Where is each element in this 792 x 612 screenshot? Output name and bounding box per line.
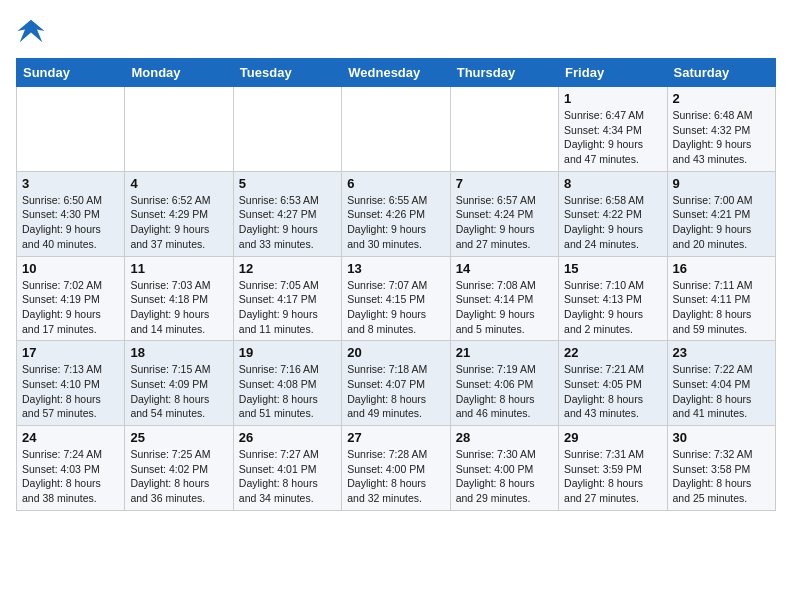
day-cell: 23Sunrise: 7:22 AMSunset: 4:04 PMDayligh… (667, 341, 775, 426)
day-cell: 15Sunrise: 7:10 AMSunset: 4:13 PMDayligh… (559, 256, 667, 341)
day-info: Sunrise: 7:21 AMSunset: 4:05 PMDaylight:… (564, 362, 661, 421)
day-info: Sunrise: 6:48 AMSunset: 4:32 PMDaylight:… (673, 108, 770, 167)
day-number: 27 (347, 430, 444, 445)
day-cell: 12Sunrise: 7:05 AMSunset: 4:17 PMDayligh… (233, 256, 341, 341)
day-info: Sunrise: 6:55 AMSunset: 4:26 PMDaylight:… (347, 193, 444, 252)
day-cell: 2Sunrise: 6:48 AMSunset: 4:32 PMDaylight… (667, 87, 775, 172)
day-number: 5 (239, 176, 336, 191)
day-info: Sunrise: 7:13 AMSunset: 4:10 PMDaylight:… (22, 362, 119, 421)
svg-marker-0 (18, 20, 45, 43)
page-header (16, 16, 776, 46)
day-info: Sunrise: 7:22 AMSunset: 4:04 PMDaylight:… (673, 362, 770, 421)
day-number: 13 (347, 261, 444, 276)
week-row-2: 3Sunrise: 6:50 AMSunset: 4:30 PMDaylight… (17, 171, 776, 256)
day-cell: 19Sunrise: 7:16 AMSunset: 4:08 PMDayligh… (233, 341, 341, 426)
day-cell: 3Sunrise: 6:50 AMSunset: 4:30 PMDaylight… (17, 171, 125, 256)
day-cell: 6Sunrise: 6:55 AMSunset: 4:26 PMDaylight… (342, 171, 450, 256)
weekday-header-sunday: Sunday (17, 59, 125, 87)
day-cell: 13Sunrise: 7:07 AMSunset: 4:15 PMDayligh… (342, 256, 450, 341)
day-cell: 29Sunrise: 7:31 AMSunset: 3:59 PMDayligh… (559, 426, 667, 511)
day-cell: 10Sunrise: 7:02 AMSunset: 4:19 PMDayligh… (17, 256, 125, 341)
day-info: Sunrise: 7:05 AMSunset: 4:17 PMDaylight:… (239, 278, 336, 337)
day-info: Sunrise: 7:11 AMSunset: 4:11 PMDaylight:… (673, 278, 770, 337)
day-info: Sunrise: 7:10 AMSunset: 4:13 PMDaylight:… (564, 278, 661, 337)
day-number: 2 (673, 91, 770, 106)
week-row-5: 24Sunrise: 7:24 AMSunset: 4:03 PMDayligh… (17, 426, 776, 511)
day-cell: 7Sunrise: 6:57 AMSunset: 4:24 PMDaylight… (450, 171, 558, 256)
day-cell: 9Sunrise: 7:00 AMSunset: 4:21 PMDaylight… (667, 171, 775, 256)
weekday-header-row: SundayMondayTuesdayWednesdayThursdayFrid… (17, 59, 776, 87)
day-cell (125, 87, 233, 172)
day-number: 12 (239, 261, 336, 276)
day-cell: 14Sunrise: 7:08 AMSunset: 4:14 PMDayligh… (450, 256, 558, 341)
day-info: Sunrise: 7:03 AMSunset: 4:18 PMDaylight:… (130, 278, 227, 337)
weekday-header-friday: Friday (559, 59, 667, 87)
day-info: Sunrise: 7:32 AMSunset: 3:58 PMDaylight:… (673, 447, 770, 506)
day-info: Sunrise: 7:02 AMSunset: 4:19 PMDaylight:… (22, 278, 119, 337)
day-cell: 20Sunrise: 7:18 AMSunset: 4:07 PMDayligh… (342, 341, 450, 426)
day-cell: 18Sunrise: 7:15 AMSunset: 4:09 PMDayligh… (125, 341, 233, 426)
day-info: Sunrise: 7:27 AMSunset: 4:01 PMDaylight:… (239, 447, 336, 506)
day-number: 14 (456, 261, 553, 276)
day-cell (342, 87, 450, 172)
day-cell (450, 87, 558, 172)
day-info: Sunrise: 7:18 AMSunset: 4:07 PMDaylight:… (347, 362, 444, 421)
day-number: 21 (456, 345, 553, 360)
day-number: 15 (564, 261, 661, 276)
day-info: Sunrise: 6:57 AMSunset: 4:24 PMDaylight:… (456, 193, 553, 252)
day-info: Sunrise: 7:19 AMSunset: 4:06 PMDaylight:… (456, 362, 553, 421)
day-cell: 17Sunrise: 7:13 AMSunset: 4:10 PMDayligh… (17, 341, 125, 426)
day-number: 19 (239, 345, 336, 360)
day-info: Sunrise: 7:24 AMSunset: 4:03 PMDaylight:… (22, 447, 119, 506)
day-info: Sunrise: 7:30 AMSunset: 4:00 PMDaylight:… (456, 447, 553, 506)
day-number: 24 (22, 430, 119, 445)
day-cell: 1Sunrise: 6:47 AMSunset: 4:34 PMDaylight… (559, 87, 667, 172)
day-cell: 21Sunrise: 7:19 AMSunset: 4:06 PMDayligh… (450, 341, 558, 426)
day-info: Sunrise: 6:47 AMSunset: 4:34 PMDaylight:… (564, 108, 661, 167)
day-cell: 4Sunrise: 6:52 AMSunset: 4:29 PMDaylight… (125, 171, 233, 256)
calendar-table: SundayMondayTuesdayWednesdayThursdayFrid… (16, 58, 776, 511)
day-cell: 24Sunrise: 7:24 AMSunset: 4:03 PMDayligh… (17, 426, 125, 511)
day-number: 25 (130, 430, 227, 445)
day-info: Sunrise: 7:16 AMSunset: 4:08 PMDaylight:… (239, 362, 336, 421)
day-number: 11 (130, 261, 227, 276)
day-info: Sunrise: 7:08 AMSunset: 4:14 PMDaylight:… (456, 278, 553, 337)
day-cell: 27Sunrise: 7:28 AMSunset: 4:00 PMDayligh… (342, 426, 450, 511)
weekday-header-thursday: Thursday (450, 59, 558, 87)
day-cell: 28Sunrise: 7:30 AMSunset: 4:00 PMDayligh… (450, 426, 558, 511)
day-info: Sunrise: 7:15 AMSunset: 4:09 PMDaylight:… (130, 362, 227, 421)
day-info: Sunrise: 7:25 AMSunset: 4:02 PMDaylight:… (130, 447, 227, 506)
day-cell: 25Sunrise: 7:25 AMSunset: 4:02 PMDayligh… (125, 426, 233, 511)
day-number: 18 (130, 345, 227, 360)
day-cell (17, 87, 125, 172)
day-info: Sunrise: 6:52 AMSunset: 4:29 PMDaylight:… (130, 193, 227, 252)
day-number: 8 (564, 176, 661, 191)
day-number: 17 (22, 345, 119, 360)
day-info: Sunrise: 6:53 AMSunset: 4:27 PMDaylight:… (239, 193, 336, 252)
day-cell: 22Sunrise: 7:21 AMSunset: 4:05 PMDayligh… (559, 341, 667, 426)
day-cell: 11Sunrise: 7:03 AMSunset: 4:18 PMDayligh… (125, 256, 233, 341)
day-number: 10 (22, 261, 119, 276)
day-cell: 16Sunrise: 7:11 AMSunset: 4:11 PMDayligh… (667, 256, 775, 341)
day-number: 4 (130, 176, 227, 191)
day-cell: 26Sunrise: 7:27 AMSunset: 4:01 PMDayligh… (233, 426, 341, 511)
day-number: 7 (456, 176, 553, 191)
day-info: Sunrise: 7:28 AMSunset: 4:00 PMDaylight:… (347, 447, 444, 506)
weekday-header-saturday: Saturday (667, 59, 775, 87)
week-row-3: 10Sunrise: 7:02 AMSunset: 4:19 PMDayligh… (17, 256, 776, 341)
week-row-4: 17Sunrise: 7:13 AMSunset: 4:10 PMDayligh… (17, 341, 776, 426)
day-number: 29 (564, 430, 661, 445)
day-info: Sunrise: 7:07 AMSunset: 4:15 PMDaylight:… (347, 278, 444, 337)
day-info: Sunrise: 6:58 AMSunset: 4:22 PMDaylight:… (564, 193, 661, 252)
day-info: Sunrise: 7:00 AMSunset: 4:21 PMDaylight:… (673, 193, 770, 252)
weekday-header-wednesday: Wednesday (342, 59, 450, 87)
day-info: Sunrise: 6:50 AMSunset: 4:30 PMDaylight:… (22, 193, 119, 252)
day-number: 20 (347, 345, 444, 360)
weekday-header-monday: Monday (125, 59, 233, 87)
day-number: 28 (456, 430, 553, 445)
logo-icon (16, 16, 46, 46)
week-row-1: 1Sunrise: 6:47 AMSunset: 4:34 PMDaylight… (17, 87, 776, 172)
logo (16, 16, 52, 46)
day-number: 3 (22, 176, 119, 191)
day-cell: 30Sunrise: 7:32 AMSunset: 3:58 PMDayligh… (667, 426, 775, 511)
